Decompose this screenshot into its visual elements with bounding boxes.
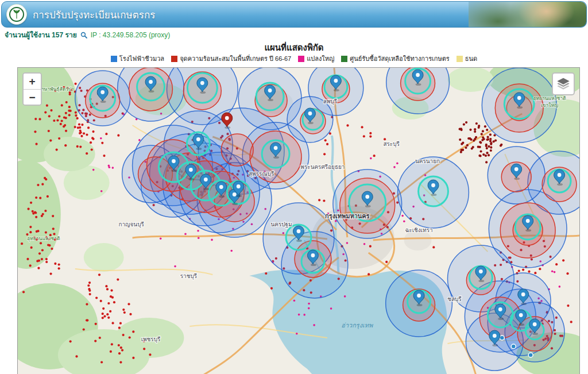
small-marker[interactable] <box>500 336 504 340</box>
legend-item: แปลงใหญ่ <box>298 53 334 64</box>
map-label: เขาใหญ่ <box>541 102 558 108</box>
map-label: อ่าวกรุงเทพ <box>341 322 373 329</box>
legend-item: โรงไฟฟ้าชีวมวล <box>111 53 164 64</box>
ip-address-text: IP : 43.249.58.205 (proxy) <box>91 31 171 39</box>
zoom-control: + − <box>22 72 42 106</box>
legend-item: ธนด <box>457 53 477 64</box>
small-marker[interactable] <box>528 353 533 357</box>
legend-label: จุดความร้อนสะสมในพื้นที่เกษตร ปี 66-67 <box>180 53 291 64</box>
map-label: ลพบุรี <box>323 98 338 105</box>
legend-item: ศูนย์รับซื้อวัสดุเหลือใช้ทางการเกษตร <box>341 53 449 64</box>
small-marker[interactable] <box>511 344 516 349</box>
map-label: สระบุรี <box>383 141 400 148</box>
zoom-out-button[interactable]: − <box>24 89 41 105</box>
legend-swatch <box>298 56 304 62</box>
map-label: ชลบุรี <box>447 296 462 303</box>
map-title: แผนที่แสดงพิกัด <box>0 40 588 52</box>
legend-label: ธนด <box>465 53 477 64</box>
legend-label: โรงไฟฟ้าชีวมวล <box>119 53 164 64</box>
layers-icon <box>556 78 570 90</box>
map-label: พระนครศรีอยุธยา <box>300 164 345 171</box>
legend-swatch <box>341 56 347 62</box>
map-label: กาญจนบุรี <box>118 221 144 228</box>
user-count-text: จำนวนผู้ใช้งาน 157 ราย <box>5 29 77 40</box>
map-label: อุทยานแห่งชาติ <box>533 95 566 102</box>
page-title: การปรับปรุงทะเบียนเกษตรกร <box>33 7 155 22</box>
map-label: กรุงเทพมหานคร <box>325 213 369 221</box>
coverage-circle-red[interactable] <box>221 134 253 166</box>
map-canvas[interactable]: กรุงเทพมหานครสุพรรณบุรีพระนครศรีอยุธยาลพ… <box>18 68 579 374</box>
zoom-in-button[interactable]: + <box>24 74 41 89</box>
map-label: อุทยานแห่งชาติ <box>27 236 60 242</box>
map-label: ราชบุรี <box>180 273 198 280</box>
legend-swatch <box>457 56 463 62</box>
legend-label: แปลงใหญ่ <box>307 53 334 64</box>
map-label: นครปฐม <box>270 221 292 228</box>
app-header: การปรับปรุงทะเบียนเกษตรกร <box>1 1 587 28</box>
map-label: ฉะเชิงเทรา <box>405 227 433 233</box>
user-count-value: 157 <box>52 31 63 39</box>
map-label: เพชรบุรี <box>141 336 161 343</box>
map-label: สุพรรณบุรี <box>249 171 274 178</box>
header-photo <box>469 2 586 27</box>
ministry-logo-icon <box>9 6 25 22</box>
ministry-logo <box>6 4 27 25</box>
statusbar: จำนวนผู้ใช้งาน 157 ราย IP : 43.249.58.20… <box>0 28 588 40</box>
layers-control[interactable] <box>552 72 575 95</box>
legend-label: ศูนย์รับซื้อวัสดุเหลือใช้ทางการเกษตร <box>350 53 449 64</box>
map-label: นครนายก <box>415 158 440 164</box>
search-icon <box>80 32 87 38</box>
legend-swatch <box>171 56 177 62</box>
legend-item: จุดความร้อนสะสมในพื้นที่เกษตร ปี 66-67 <box>171 53 291 64</box>
map[interactable]: กรุงเทพมหานครสุพรรณบุรีพระนครศรีอยุธยาลพ… <box>17 67 580 374</box>
legend: โรงไฟฟ้าชีวมวลจุดความร้อนสะสมในพื้นที่เก… <box>0 52 588 66</box>
legend-swatch <box>111 56 117 62</box>
